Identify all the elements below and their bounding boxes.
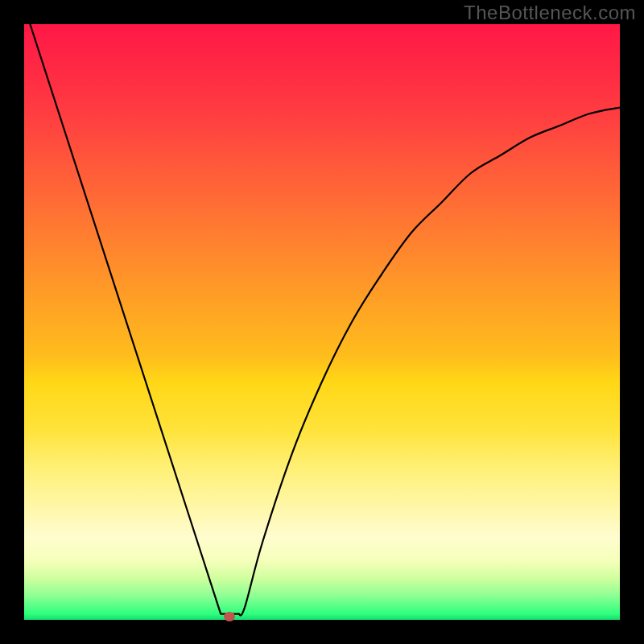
optimum-marker — [224, 612, 235, 621]
bottleneck-curve — [30, 24, 620, 615]
curve-svg — [24, 24, 620, 620]
plot-area — [24, 24, 620, 620]
chart-frame: TheBottleneck.com — [0, 0, 644, 644]
watermark-text: TheBottleneck.com — [464, 2, 636, 24]
